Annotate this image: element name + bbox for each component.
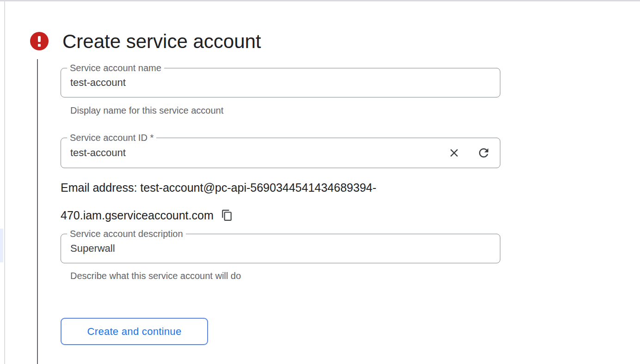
panel-left-border <box>4 1 5 364</box>
stepper-connector-line <box>37 59 38 364</box>
service-account-id-field: Service account ID * <box>61 138 500 168</box>
regenerate-id-button[interactable] <box>474 144 493 162</box>
email-line-1: Email address: test-account@pc-api-56903… <box>61 181 376 194</box>
service-account-name-field: Service account name <box>61 68 500 97</box>
service-account-description-field: Service account description <box>61 234 500 263</box>
field-icon-group <box>445 138 493 168</box>
page-title: Create service account <box>62 30 261 53</box>
exclamation-bar <box>38 36 41 42</box>
clear-id-button[interactable] <box>445 144 463 162</box>
service-account-name-helper: Display name for this service account <box>70 105 223 116</box>
top-border-strip <box>0 0 640 1</box>
exclamation-dot <box>38 44 41 47</box>
service-account-description-label: Service account description <box>67 228 186 240</box>
email-address-text: Email address: test-account@pc-api-56903… <box>61 174 458 229</box>
copy-email-button[interactable] <box>221 209 233 221</box>
content-copy-icon <box>221 209 233 221</box>
email-line-2: 470.iam.gserviceaccount.com <box>61 209 214 222</box>
service-account-name-label: Service account name <box>67 62 164 74</box>
create-and-continue-button[interactable]: Create and continue <box>61 318 208 345</box>
service-account-id-label: Service account ID * <box>67 132 156 144</box>
refresh-icon <box>477 146 491 160</box>
error-icon <box>30 32 49 50</box>
service-account-description-helper: Describe what this service account will … <box>70 270 241 281</box>
close-x-icon <box>448 146 461 159</box>
left-nav-fragment <box>0 229 3 262</box>
